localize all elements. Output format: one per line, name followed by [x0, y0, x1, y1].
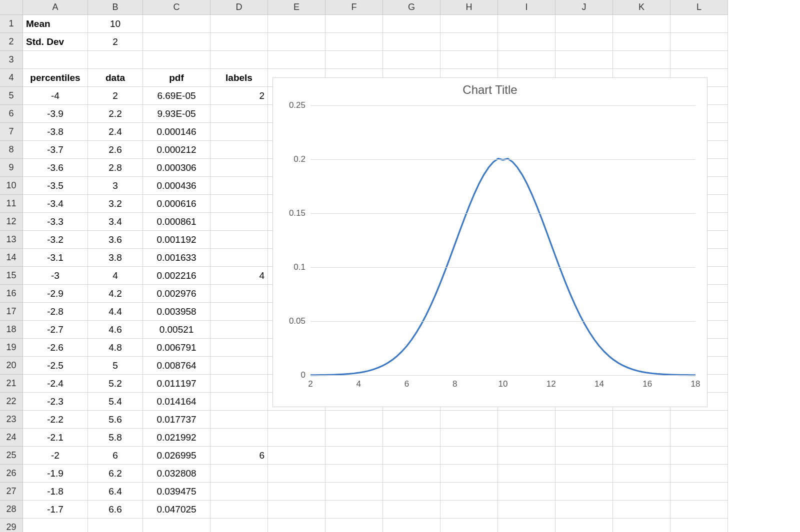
- cell-A20[interactable]: -2.5: [23, 357, 88, 375]
- cell-C4[interactable]: pdf: [143, 69, 210, 87]
- cell-I23[interactable]: [498, 411, 556, 429]
- cell-A5[interactable]: -4: [23, 87, 88, 105]
- cell-B9[interactable]: 2.8: [88, 159, 143, 177]
- row-header-19[interactable]: 19: [0, 339, 23, 357]
- col-header-B[interactable]: B: [88, 0, 143, 15]
- cell-E26[interactable]: [268, 465, 326, 483]
- cell-B24[interactable]: 5.8: [88, 429, 143, 447]
- cell-A24[interactable]: -2.1: [23, 429, 88, 447]
- row-header-29[interactable]: 29: [0, 519, 23, 532]
- cell-C12[interactable]: 0.000861: [143, 213, 210, 231]
- cell-D20[interactable]: [210, 357, 268, 375]
- cell-A1[interactable]: Mean: [23, 15, 88, 33]
- cell-C24[interactable]: 0.021992: [143, 429, 210, 447]
- cell-K23[interactable]: [613, 411, 670, 429]
- cell-C17[interactable]: 0.003958: [143, 303, 210, 321]
- cell-B21[interactable]: 5.2: [88, 375, 143, 393]
- cell-G1[interactable]: [383, 15, 440, 33]
- cell-C6[interactable]: 9.93E-05: [143, 105, 210, 123]
- cell-G2[interactable]: [383, 33, 440, 51]
- cell-D9[interactable]: [210, 159, 268, 177]
- cell-D24[interactable]: [210, 429, 268, 447]
- cell-C28[interactable]: 0.047025: [143, 501, 210, 519]
- cell-B19[interactable]: 4.8: [88, 339, 143, 357]
- cell-A12[interactable]: -3.3: [23, 213, 88, 231]
- cell-C20[interactable]: 0.008764: [143, 357, 210, 375]
- row-header-8[interactable]: 8: [0, 141, 23, 159]
- cell-D7[interactable]: [210, 123, 268, 141]
- cell-B26[interactable]: 6.2: [88, 465, 143, 483]
- row-header-23[interactable]: 23: [0, 411, 23, 429]
- row-header-11[interactable]: 11: [0, 195, 23, 213]
- col-header-F[interactable]: F: [326, 0, 383, 15]
- cell-D1[interactable]: [210, 15, 268, 33]
- cell-A28[interactable]: -1.7: [23, 501, 88, 519]
- cell-F25[interactable]: [326, 447, 383, 465]
- cell-D28[interactable]: [210, 501, 268, 519]
- cell-G25[interactable]: [383, 447, 440, 465]
- cell-J24[interactable]: [556, 429, 613, 447]
- cell-D29[interactable]: [210, 519, 268, 532]
- cell-K25[interactable]: [613, 447, 670, 465]
- cell-G23[interactable]: [383, 411, 440, 429]
- cell-G29[interactable]: [383, 519, 440, 532]
- cell-F28[interactable]: [326, 501, 383, 519]
- cell-I26[interactable]: [498, 465, 556, 483]
- cell-B12[interactable]: 3.4: [88, 213, 143, 231]
- cell-D15[interactable]: 4: [210, 267, 268, 285]
- cell-F3[interactable]: [326, 51, 383, 69]
- cell-F2[interactable]: [326, 33, 383, 51]
- cell-K29[interactable]: [613, 519, 670, 532]
- cell-D6[interactable]: [210, 105, 268, 123]
- cell-I28[interactable]: [498, 501, 556, 519]
- cell-I29[interactable]: [498, 519, 556, 532]
- cell-K24[interactable]: [613, 429, 670, 447]
- row-header-21[interactable]: 21: [0, 375, 23, 393]
- cell-A18[interactable]: -2.7: [23, 321, 88, 339]
- row-header-3[interactable]: 3: [0, 51, 23, 69]
- cell-B6[interactable]: 2.2: [88, 105, 143, 123]
- cell-C9[interactable]: 0.000306: [143, 159, 210, 177]
- cell-K28[interactable]: [613, 501, 670, 519]
- cell-H26[interactable]: [440, 465, 498, 483]
- cell-C19[interactable]: 0.006791: [143, 339, 210, 357]
- cell-A4[interactable]: percentiles: [23, 69, 88, 87]
- cell-A13[interactable]: -3.2: [23, 231, 88, 249]
- cell-L24[interactable]: [670, 429, 728, 447]
- row-header-10[interactable]: 10: [0, 177, 23, 195]
- cell-C23[interactable]: 0.017737: [143, 411, 210, 429]
- row-header-26[interactable]: 26: [0, 465, 23, 483]
- cell-F26[interactable]: [326, 465, 383, 483]
- col-header-L[interactable]: L: [670, 0, 728, 15]
- cell-D14[interactable]: [210, 249, 268, 267]
- cell-C21[interactable]: 0.011197: [143, 375, 210, 393]
- cell-E27[interactable]: [268, 483, 326, 501]
- cell-J2[interactable]: [556, 33, 613, 51]
- cell-B18[interactable]: 4.6: [88, 321, 143, 339]
- cell-C15[interactable]: 0.002216: [143, 267, 210, 285]
- row-header-22[interactable]: 22: [0, 393, 23, 411]
- cell-C29[interactable]: [143, 519, 210, 532]
- cell-H1[interactable]: [440, 15, 498, 33]
- row-header-18[interactable]: 18: [0, 321, 23, 339]
- cell-E28[interactable]: [268, 501, 326, 519]
- cell-J25[interactable]: [556, 447, 613, 465]
- cell-E24[interactable]: [268, 429, 326, 447]
- cell-A25[interactable]: -2: [23, 447, 88, 465]
- cell-J28[interactable]: [556, 501, 613, 519]
- cell-B22[interactable]: 5.4: [88, 393, 143, 411]
- row-header-13[interactable]: 13: [0, 231, 23, 249]
- cell-J26[interactable]: [556, 465, 613, 483]
- cell-B29[interactable]: [88, 519, 143, 532]
- row-header-17[interactable]: 17: [0, 303, 23, 321]
- cell-J3[interactable]: [556, 51, 613, 69]
- cell-K3[interactable]: [613, 51, 670, 69]
- cell-D25[interactable]: 6: [210, 447, 268, 465]
- cell-C18[interactable]: 0.00521: [143, 321, 210, 339]
- cell-C14[interactable]: 0.001633: [143, 249, 210, 267]
- row-header-20[interactable]: 20: [0, 357, 23, 375]
- cell-E23[interactable]: [268, 411, 326, 429]
- cell-F24[interactable]: [326, 429, 383, 447]
- col-header-J[interactable]: J: [556, 0, 613, 15]
- cell-L26[interactable]: [670, 465, 728, 483]
